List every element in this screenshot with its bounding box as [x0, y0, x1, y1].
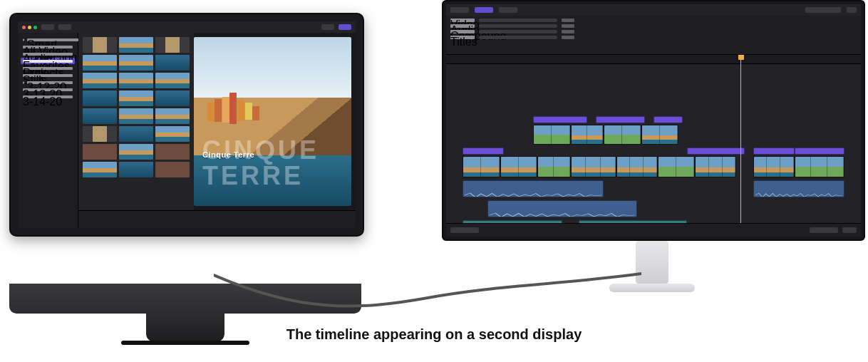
bottom-tag[interactable] [810, 227, 838, 233]
audio-clip[interactable] [463, 180, 604, 197]
clip-thumb[interactable] [83, 162, 117, 177]
clip-thumb[interactable] [83, 144, 117, 160]
video-clip[interactable] [533, 125, 570, 145]
video-clip[interactable] [658, 156, 695, 177]
value-readout [562, 30, 574, 33]
clip-thumb[interactable] [119, 73, 153, 88]
index-row-label: Titles [450, 36, 475, 39]
clip-thumb[interactable] [155, 108, 190, 124]
video-clip[interactable] [463, 156, 500, 177]
timecode-display [805, 7, 841, 13]
clip-thumb[interactable] [83, 108, 117, 124]
clip-thumb[interactable] [119, 108, 153, 124]
clip-thumb[interactable] [119, 144, 153, 160]
slider[interactable] [479, 19, 557, 22]
title-clip[interactable] [795, 148, 844, 155]
clip-thumb[interactable] [155, 162, 190, 177]
timeline-track[interactable] [446, 156, 861, 177]
xdr-stand-base [609, 284, 695, 292]
share-button[interactable] [339, 24, 351, 30]
settings-icon[interactable] [847, 7, 857, 13]
clip-thumb[interactable] [83, 73, 117, 88]
title-clip[interactable] [687, 148, 745, 155]
video-clip[interactable] [795, 156, 844, 177]
viewer-image [203, 88, 298, 138]
clip-thumb[interactable] [155, 90, 190, 106]
video-clip[interactable] [695, 156, 736, 177]
title-clip[interactable] [463, 148, 504, 155]
close-icon[interactable] [22, 26, 26, 29]
clip-thumb[interactable] [155, 55, 190, 71]
video-clip[interactable] [571, 156, 616, 177]
audio-clip[interactable] [463, 220, 562, 223]
audio-clip[interactable] [579, 220, 686, 223]
timeline-track[interactable] [446, 116, 861, 123]
minimize-icon[interactable] [28, 26, 31, 29]
video-clip[interactable] [616, 156, 658, 177]
video-clip[interactable] [537, 156, 571, 177]
pro-display-xdr: Video Audio Compound Titles [442, 0, 862, 271]
slider[interactable] [479, 24, 557, 28]
index-row-label: Compound [450, 30, 475, 33]
imac-bezel: Smart Collections All Video Audio Only F… [9, 13, 364, 237]
bottom-tag[interactable] [450, 227, 479, 233]
timeline-track[interactable] [446, 148, 861, 155]
clip-thumb[interactable] [119, 37, 153, 53]
video-clip[interactable] [571, 125, 604, 145]
fullscreen-icon[interactable] [33, 26, 37, 29]
xdr-bezel: Video Audio Compound Titles [442, 0, 865, 241]
window-traffic-lights[interactable] [22, 26, 37, 29]
timeline-track[interactable] [446, 220, 861, 223]
zoom-slider[interactable] [842, 227, 857, 233]
timeline-tab[interactable] [450, 7, 469, 13]
title-clip[interactable] [753, 148, 795, 155]
clip-thumb[interactable] [83, 126, 117, 142]
import-button[interactable] [41, 24, 54, 30]
viewer-watermark-text: CINQUE TERRE [202, 138, 351, 189]
title-clip[interactable] [533, 116, 587, 123]
timeline-ruler[interactable] [446, 55, 861, 64]
library-sidebar[interactable]: Smart Collections All Video Audio Only F… [18, 33, 78, 228]
title-clip[interactable] [653, 116, 683, 123]
video-clip[interactable] [604, 125, 641, 145]
title-clip[interactable] [596, 116, 646, 123]
clip-thumb[interactable] [119, 162, 153, 177]
audio-clip[interactable] [753, 180, 844, 197]
slider[interactable] [479, 36, 557, 39]
background-tasks-button[interactable] [321, 24, 334, 30]
video-clip[interactable] [753, 156, 795, 177]
audio-clip[interactable] [487, 200, 637, 217]
video-clip[interactable] [500, 156, 537, 177]
clip-thumb[interactable] [119, 55, 153, 71]
timeline[interactable] [446, 55, 861, 223]
fcpx-toolbar [18, 21, 356, 33]
clip-thumb[interactable] [119, 126, 153, 142]
clip-thumb[interactable] [83, 55, 117, 71]
timeline-tab[interactable] [499, 7, 517, 13]
sidebar-item[interactable]: Smart Collections [21, 36, 75, 43]
timeline-track[interactable] [446, 200, 861, 217]
value-readout [562, 19, 574, 22]
imac-pro: Smart Collections All Video Audio Only F… [9, 13, 361, 284]
illustration-stage: Smart Collections All Video Audio Only F… [0, 0, 868, 362]
clip-thumb[interactable] [83, 90, 117, 106]
playhead[interactable] [740, 55, 741, 223]
clip-thumb[interactable] [119, 90, 153, 106]
slider[interactable] [479, 30, 557, 33]
clip-thumb[interactable] [155, 37, 190, 53]
clip-thumb[interactable] [155, 73, 190, 88]
keyword-button[interactable] [58, 24, 71, 30]
clip-thumb[interactable] [83, 37, 117, 53]
fcpx-primary-window: Smart Collections All Video Audio Only F… [18, 21, 356, 228]
video-clip[interactable] [641, 125, 678, 145]
timeline-track[interactable] [446, 125, 861, 145]
index-row-label: Audio [450, 24, 475, 28]
timeline-index-panel[interactable]: Video Audio Compound Titles [446, 16, 861, 55]
clip-browser[interactable] [78, 33, 194, 210]
timeline-track[interactable] [446, 180, 861, 197]
viewer[interactable]: Cinque Terre CINQUE TERRE [194, 37, 351, 206]
timeline-collapsed[interactable] [78, 210, 356, 228]
timeline-tab-selected[interactable] [475, 7, 493, 13]
clip-thumb[interactable] [155, 144, 190, 160]
clip-thumb[interactable] [155, 126, 190, 142]
